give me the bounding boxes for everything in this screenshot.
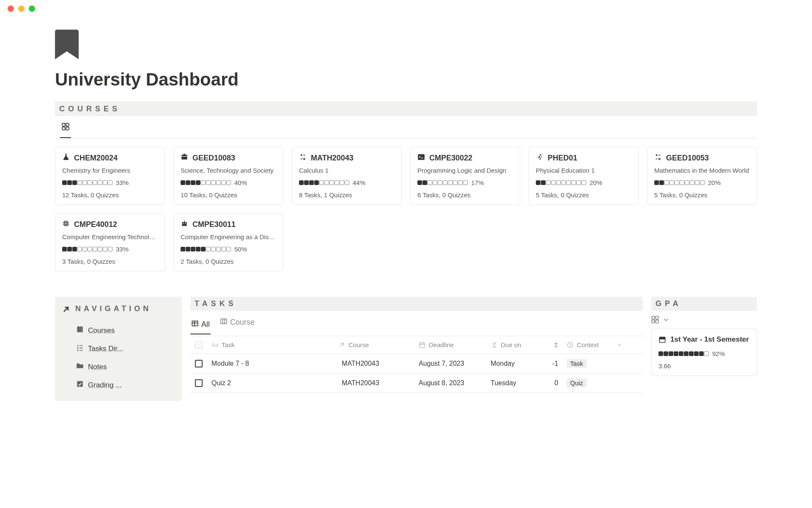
course-card[interactable]: CMPE30022 Programming Logic and Design 1… [410,147,520,205]
course-card[interactable]: GEED10083 Science, Technology and Societ… [173,147,283,205]
course-card[interactable]: CMPE30011 Computer Engineering as a Disc… [173,213,283,271]
svg-rect-15 [420,343,425,348]
course-name: Computer Engineering as a Discipline [181,233,276,240]
gpa-view-tabs[interactable] [651,311,757,329]
nav-item[interactable]: Tasks Dir... [76,340,175,358]
maximize-window-button[interactable] [29,6,35,12]
course-code: CHEM20024 [74,154,118,163]
svg-rect-1 [66,123,69,126]
gpa-card-title: 1st Year - 1st Semester [670,335,749,344]
course-code: CMPE40012 [74,220,117,229]
course-stats: 6 Tasks, 0 Quizzes [417,191,513,199]
course-name: Computer Engineering Technology [62,233,158,240]
progress-percent: 40% [234,179,247,186]
menu-icon[interactable] [617,342,622,348]
tasks-section-label: TASKS [190,297,643,311]
terminal-icon [417,153,425,163]
task-row[interactable]: Quiz 2 MATH20043 August 8, 2023 Tuesday … [190,373,643,393]
task-course: MATH20043 [342,360,379,367]
calendar-icon [658,335,666,345]
checklist-icon [76,344,84,353]
calendar-icon [419,342,425,348]
course-card[interactable]: CMPE40012 Computer Engineering Technolog… [55,213,165,271]
course-card[interactable]: PHED01 Physical Education 1 20% 5 Tasks,… [529,147,639,205]
course-stats: 10 Tasks, 0 Quizzes [181,191,276,199]
nav-item[interactable]: Grading ... [76,376,175,394]
task-sigma: 0 [541,374,562,392]
course-code: GEED10053 [666,154,709,163]
titlebar [0,0,812,17]
progress-bar [181,180,231,185]
nav-item[interactable]: Notes [76,358,175,376]
gallery-view-tab[interactable] [60,120,71,138]
progress-percent: 20% [708,179,721,186]
svg-rect-12 [77,381,83,387]
course-card[interactable]: GEED10053 Mathematics in the Modern Worl… [647,147,757,205]
svg-rect-0 [62,123,65,126]
progress-bar [62,247,112,251]
gpa-card[interactable]: 1st Year - 1st Semester 92% 3.66 [651,329,757,376]
svg-rect-22 [659,337,665,339]
task-deadline: August 8, 2023 [414,374,486,392]
briefcase-icon [181,153,188,163]
task-row[interactable]: Module 7 - 8 MATH20043 August 7, 2023 Mo… [190,354,643,373]
svg-point-9 [183,223,184,224]
arrow-up-right-icon [62,304,70,315]
task-sigma: -1 [541,355,562,373]
flask-icon [62,153,70,163]
progress-percent: 17% [471,179,484,186]
course-card[interactable]: CHEM20024 Chemistry for Engineers 33% 12… [55,147,165,205]
course-stats: 2 Tasks, 0 Quizzes [181,258,276,265]
gallery-icon [651,316,659,323]
courses-section-label: COURSES [55,102,757,116]
progress-bar [62,180,112,185]
runner-icon [536,153,543,163]
course-name: Science, Technology and Society [181,167,276,174]
nav-item-label: Notes [88,363,107,371]
course-stats: 5 Tasks, 0 Quizzes [536,191,631,199]
task-course: MATH20043 [342,379,379,387]
svg-point-10 [185,223,186,224]
svg-rect-7 [65,223,67,225]
nav-item[interactable]: Courses [76,321,175,340]
task-name: Quiz 2 [207,374,334,392]
course-card[interactable]: MATH20043 Calculus 1 44% 8 Tasks, 1 Quiz… [292,147,402,205]
task-tab-all[interactable]: All [190,317,211,334]
courses-grid: CHEM20024 Chemistry for Engineers 33% 12… [55,147,757,271]
checkbox-header-icon: ✓ [195,342,202,348]
nav-item-label: Tasks Dir... [88,345,123,353]
task-tab-course[interactable]: Course [219,315,255,331]
progress-percent: 33% [116,179,129,186]
calculator-icon [654,153,662,163]
course-name: Chemistry for Engineers [62,167,158,174]
calculator-icon [299,153,307,163]
sigma-label: Σ [554,341,558,348]
formula-icon [491,342,497,348]
chevron-down-icon [663,317,669,323]
progress-percent: 20% [590,179,602,186]
course-stats: 3 Tasks, 0 Quizzes [62,258,158,265]
bookmark-icon[interactable] [55,30,757,61]
svg-rect-2 [62,127,65,130]
grade-icon [76,380,84,390]
app-window: University Dashboard COURSES CHEM20024 C… [0,0,812,508]
progress-percent: 50% [234,246,247,253]
minimize-window-button[interactable] [18,6,25,12]
task-checkbox[interactable] [195,379,203,387]
svg-rect-6 [64,222,68,226]
book-icon [76,326,84,335]
svg-rect-20 [656,320,658,323]
task-checkbox[interactable] [195,360,203,367]
svg-rect-4 [418,154,425,160]
progress-bar [654,180,705,185]
page-title: University Dashboard [55,69,757,90]
task-dueon: Tuesday [486,374,541,392]
navigation-callout: NAVIGATION CoursesTasks Dir...NotesGradi… [55,297,182,401]
svg-rect-8 [182,222,187,226]
svg-rect-17 [652,316,655,319]
svg-rect-13 [192,321,198,326]
nav-item-label: Courses [88,326,115,335]
folder-icon [76,362,84,372]
close-window-button[interactable] [8,6,14,12]
svg-rect-18 [656,316,658,319]
